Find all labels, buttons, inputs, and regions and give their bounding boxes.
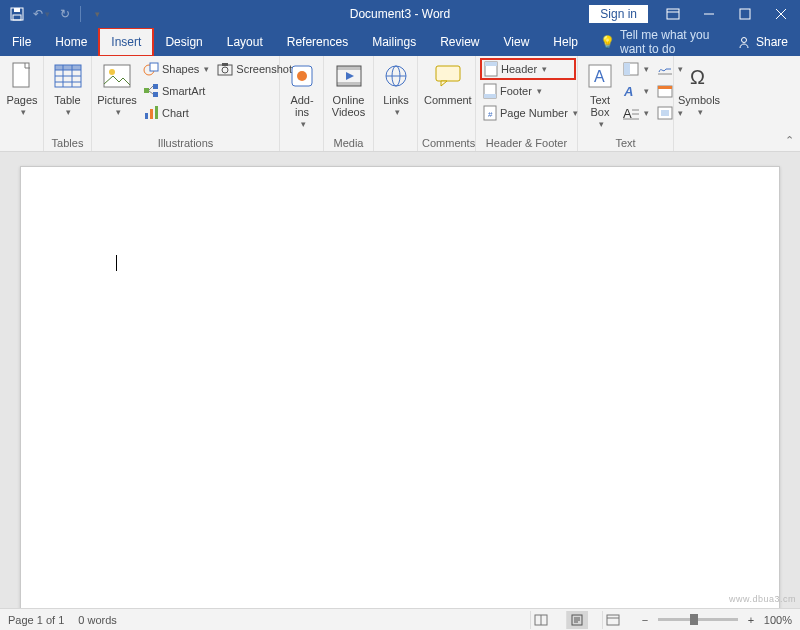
chart-button[interactable]: Chart [140, 102, 212, 124]
footer-icon [483, 83, 497, 99]
tell-me-search[interactable]: 💡 Tell me what you want to do [590, 28, 725, 56]
svg-rect-1 [14, 8, 20, 12]
share-label: Share [756, 35, 788, 49]
page-number-button[interactable]: # Page Number▾ [480, 102, 576, 124]
svg-rect-71 [607, 615, 619, 625]
customize-qat-icon[interactable]: ▾ [85, 3, 107, 25]
quick-access-toolbar: ↶▾ ↻ ▾ [0, 3, 107, 25]
signature-icon [657, 62, 673, 76]
tab-home[interactable]: Home [43, 28, 99, 56]
zoom-level[interactable]: 100% [764, 614, 792, 626]
addins-button[interactable]: Add- ins▾ [284, 58, 320, 130]
group-addins: Add- ins▾ [280, 56, 324, 151]
table-button[interactable]: Table▾ [48, 58, 87, 118]
svg-rect-23 [153, 84, 158, 89]
group-comments: Comment Comments [418, 56, 476, 151]
zoom-control: − + 100% [638, 614, 792, 626]
text-cursor [116, 255, 117, 271]
tab-view[interactable]: View [492, 28, 542, 56]
svg-rect-37 [337, 82, 361, 86]
group-links: Links▾ [374, 56, 418, 151]
table-icon [52, 60, 84, 92]
print-layout-icon[interactable] [566, 611, 588, 629]
read-mode-icon[interactable] [530, 611, 552, 629]
links-button[interactable]: Links▾ [378, 58, 414, 118]
lightbulb-icon: 💡 [600, 35, 615, 49]
zoom-slider[interactable] [658, 618, 738, 621]
svg-rect-36 [337, 66, 361, 70]
ribbon-tabs: File Home Insert Design Layout Reference… [0, 28, 800, 56]
tab-review[interactable]: Review [428, 28, 491, 56]
redo-icon[interactable]: ↻ [54, 3, 76, 25]
ribbon-display-options-icon[interactable] [656, 0, 690, 28]
share-button[interactable]: Share [725, 28, 800, 56]
date-time-icon [657, 84, 673, 98]
tab-help[interactable]: Help [541, 28, 590, 56]
document-area[interactable] [0, 156, 800, 608]
svg-point-34 [297, 71, 307, 81]
undo-icon[interactable]: ↶▾ [30, 3, 52, 25]
quick-parts-icon [623, 62, 639, 76]
svg-rect-28 [150, 109, 153, 119]
tab-design[interactable]: Design [153, 28, 214, 56]
web-layout-icon[interactable] [602, 611, 624, 629]
shapes-button[interactable]: Shapes▾ [140, 58, 212, 80]
smartart-icon [143, 83, 159, 99]
illustrations-group-label: Illustrations [96, 136, 275, 151]
footer-button[interactable]: Footer▾ [480, 80, 576, 102]
group-header-footer: Header▾ Footer▾ # Page Number▾ Header & … [476, 56, 578, 151]
online-videos-button[interactable]: Online Videos [328, 58, 369, 118]
svg-point-31 [222, 67, 228, 73]
page-number-icon: # [483, 105, 497, 121]
zoom-out-button[interactable]: − [638, 614, 652, 626]
tables-group-label: Tables [48, 136, 87, 151]
svg-rect-3 [667, 9, 679, 19]
pages-button[interactable]: Pages▾ [4, 58, 40, 118]
svg-rect-61 [658, 86, 672, 89]
tab-insert[interactable]: Insert [99, 28, 153, 56]
word-count[interactable]: 0 words [78, 614, 117, 626]
object-icon [657, 106, 673, 120]
minimize-icon[interactable] [692, 0, 726, 28]
tab-layout[interactable]: Layout [215, 28, 275, 56]
comment-button[interactable]: Comment [422, 58, 474, 106]
save-icon[interactable] [6, 3, 28, 25]
media-group-label: Media [328, 136, 369, 151]
drop-cap-button[interactable]: A▾ [620, 102, 652, 124]
text-box-button[interactable]: A Text Box▾ [582, 58, 618, 130]
group-illustrations: Pictures▾ Shapes▾ SmartArt Chart [92, 56, 280, 151]
svg-rect-2 [13, 15, 21, 20]
text-box-icon: A [584, 60, 616, 92]
symbols-button[interactable]: Ω Symbols▾ [678, 58, 720, 118]
group-text: A Text Box▾ ▾ A▾ A▾ ▾ ▾ Text [578, 56, 674, 151]
screenshot-icon [217, 62, 233, 76]
tab-file[interactable]: File [0, 28, 43, 56]
headerfooter-group-label: Header & Footer [480, 136, 573, 151]
svg-rect-45 [485, 62, 497, 66]
svg-point-19 [109, 69, 115, 75]
close-icon[interactable] [764, 0, 798, 28]
page[interactable] [20, 166, 780, 608]
svg-rect-10 [13, 63, 29, 87]
maximize-icon[interactable] [728, 0, 762, 28]
tab-references[interactable]: References [275, 28, 360, 56]
zoom-in-button[interactable]: + [744, 614, 758, 626]
svg-marker-43 [441, 81, 447, 86]
wordart-button[interactable]: A▾ [620, 80, 652, 102]
tab-mailings[interactable]: Mailings [360, 28, 428, 56]
smartart-button[interactable]: SmartArt [140, 80, 212, 102]
svg-rect-63 [661, 110, 669, 116]
svg-rect-27 [145, 113, 148, 119]
collapse-ribbon-icon[interactable]: ⌃ [785, 134, 794, 147]
sign-in-button[interactable]: Sign in [589, 5, 648, 23]
shapes-icon [143, 61, 159, 77]
pictures-button[interactable]: Pictures▾ [96, 58, 138, 118]
page-indicator[interactable]: Page 1 of 1 [8, 614, 64, 626]
header-button[interactable]: Header▾ [480, 58, 576, 80]
table-label: Table [54, 94, 80, 106]
tell-me-label: Tell me what you want to do [620, 28, 715, 56]
quick-parts-button[interactable]: ▾ [620, 58, 652, 80]
svg-rect-32 [222, 63, 228, 66]
header-icon [484, 61, 498, 77]
svg-rect-18 [104, 65, 130, 87]
